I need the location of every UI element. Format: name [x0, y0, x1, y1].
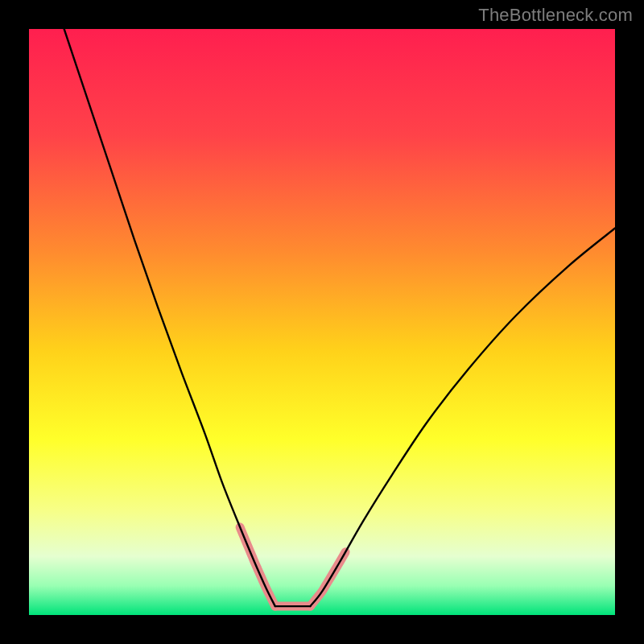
- curve-right-branch: [310, 229, 615, 607]
- plot-area: [29, 29, 615, 615]
- curve-left-branch: [64, 29, 275, 606]
- chart-frame: TheBottleneck.com: [0, 0, 644, 644]
- watermark-label: TheBottleneck.com: [478, 5, 633, 26]
- curve-layer: [29, 29, 615, 615]
